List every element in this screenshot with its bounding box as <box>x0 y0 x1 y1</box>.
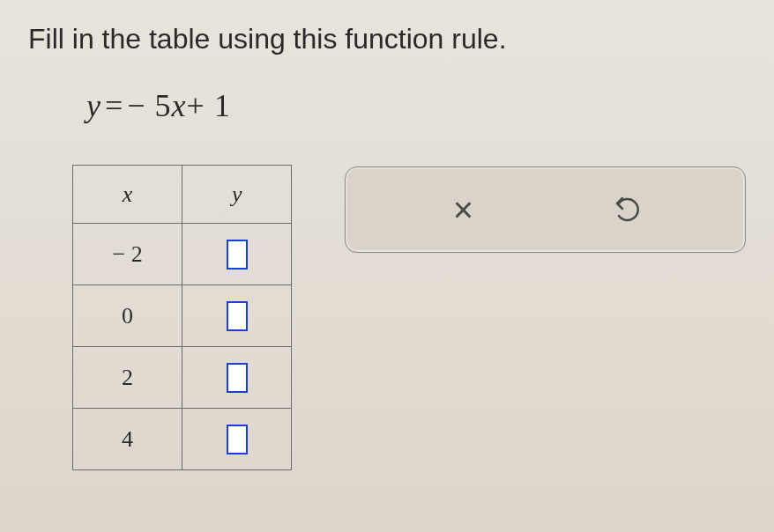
clear-button[interactable]: × <box>440 186 487 233</box>
x-value-cell: 0 <box>73 285 182 347</box>
instruction-text: Fill in the table using this function ru… <box>28 23 746 55</box>
y-value-cell <box>182 347 292 409</box>
equation-lhs: y <box>86 88 101 123</box>
undo-icon <box>610 191 645 229</box>
y-value-cell <box>182 409 292 470</box>
function-rule-equation: y=− 5x+ 1 <box>86 87 746 124</box>
answer-input[interactable] <box>227 425 248 454</box>
x-value-cell: 2 <box>73 347 182 409</box>
equals-sign: = <box>105 88 123 123</box>
x-value-cell: − 2 <box>73 224 182 285</box>
column-header-y: y <box>182 166 292 224</box>
action-toolbar: × <box>345 166 746 253</box>
answer-input[interactable] <box>227 301 248 331</box>
y-value-cell <box>182 285 292 347</box>
y-value-cell <box>182 224 292 285</box>
close-icon: × <box>453 192 473 227</box>
undo-button[interactable] <box>604 186 651 233</box>
equation-rhs-suffix: + 1 <box>187 88 231 123</box>
table-row: 2 <box>73 347 292 409</box>
table-row: 0 <box>73 285 292 347</box>
function-table: x y − 2 0 2 4 <box>72 165 292 470</box>
equation-rhs-var: x <box>172 88 187 123</box>
column-header-x: x <box>73 166 182 224</box>
x-value-cell: 4 <box>73 409 182 470</box>
table-row: 4 <box>73 409 292 470</box>
answer-input[interactable] <box>227 240 248 270</box>
table-row: − 2 <box>73 224 292 285</box>
answer-input[interactable] <box>227 363 248 393</box>
equation-rhs-prefix: − 5 <box>127 88 171 123</box>
